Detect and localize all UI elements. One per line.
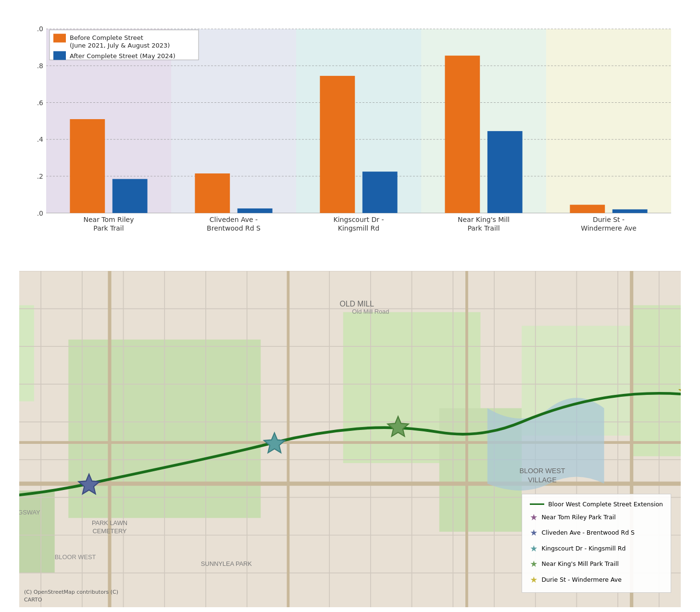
svg-text:Kingscourt Dr -: Kingscourt Dr - [334,216,384,223]
svg-rect-22 [238,208,273,213]
svg-text:PARK LAWN: PARK LAWN [92,519,127,526]
map-copyright: (C) OpenStreetMap contributors (C)CARTO [24,588,118,603]
svg-rect-17 [70,119,105,213]
chart-inner: 0.00.20.40.60.81.0Near Tom RileyPark Tra… [37,14,681,266]
chart-svg: 0.00.20.40.60.81.0Near Tom RileyPark Tra… [37,19,681,242]
svg-rect-21 [195,173,230,213]
svg-text:Cliveden Ave -: Cliveden Ave - [210,216,258,223]
svg-rect-4 [546,29,671,213]
svg-text:Park Traill: Park Traill [467,224,500,232]
svg-rect-30 [488,131,523,213]
legend-item-kingsmill: ★ Near King's Mill Park Traill [530,556,663,572]
svg-rect-33 [570,205,605,213]
svg-text:Park Trail: Park Trail [93,224,124,232]
tom-riley-star-icon: ★ [530,510,538,525]
svg-rect-48 [19,490,55,573]
svg-text:Windermere Ave: Windermere Ave [581,224,637,232]
svg-text:0.4: 0.4 [37,135,43,143]
legend-durie-label: Durie St - Windermere Ave [541,575,621,586]
legend-kingscourt-label: Kingscourt Dr - Kingsmill Rd [541,543,625,554]
svg-text:Brentwood Rd S: Brentwood Rd S [207,224,261,232]
legend-line-symbol [530,503,544,505]
svg-text:1.0: 1.0 [37,25,43,33]
svg-text:SUNNYLEA PARK: SUNNYLEA PARK [201,560,252,567]
map-area: OLD MILLOld Mill RoadBLOOR WESTVILLAGETH… [19,271,681,607]
svg-rect-50 [632,305,681,456]
legend-kingsmill-label: Near King's Mill Park Traill [541,559,618,570]
kingsmill-star-icon: ★ [530,556,538,572]
svg-text:Near King's Mill: Near King's Mill [458,216,510,223]
svg-text:OLD MILL: OLD MILL [340,300,375,308]
svg-rect-29 [445,56,480,213]
svg-text:BLOOR WEST: BLOOR WEST [519,467,565,475]
svg-rect-34 [612,209,648,213]
chart-area: 0.00.20.40.60.81.0Near Tom RileyPark Tra… [19,14,681,266]
legend-item-line: Bloor West Complete Street Extension [530,499,663,510]
svg-text:Durie St -: Durie St - [593,216,625,223]
svg-text:Before Complete Street: Before Complete Street [70,34,143,41]
durie-star-icon: ★ [530,572,538,588]
legend-line-label: Bloor West Complete Street Extension [548,499,663,510]
cliveden-star-icon: ★ [530,525,538,540]
svg-text:0.0: 0.0 [37,209,43,217]
svg-text:(June 2021, July & August 2023: (June 2021, July & August 2023) [70,41,170,49]
legend-item-kingscourt: ★ Kingscourt Dr - Kingsmill Rd [530,541,663,556]
svg-rect-47 [19,305,34,401]
svg-text:Old Mill Road: Old Mill Road [352,308,389,315]
legend-cliveden-label: Cliveden Ave - Brentwood Rd S [541,527,635,539]
kingscourt-star-icon: ★ [530,541,538,556]
map-background: OLD MILLOld Mill RoadBLOOR WESTVILLAGETH… [19,271,681,607]
svg-text:THE KINGSWAY: THE KINGSWAY [19,509,40,516]
legend-tom-riley-label: Near Tom Riley Park Trail [541,512,615,523]
svg-text:VILLAGE: VILLAGE [528,476,556,484]
svg-rect-41 [53,51,66,60]
svg-rect-2 [296,29,421,213]
svg-rect-38 [53,34,66,42]
svg-rect-3 [421,29,546,213]
svg-rect-26 [362,171,398,213]
svg-text:0.2: 0.2 [37,172,43,180]
svg-text:0.6: 0.6 [37,98,43,106]
map-legend: Bloor West Complete Street Extension ★ N… [522,494,671,593]
y-axis-label [19,14,37,266]
svg-text:CEMETERY: CEMETERY [92,527,127,535]
legend-item-tom-riley: ★ Near Tom Riley Park Trail [530,510,663,525]
plot-area: 0.00.20.40.60.81.0Near Tom RileyPark Tra… [37,19,681,242]
svg-text:0.8: 0.8 [37,62,43,70]
legend-item-cliveden: ★ Cliveden Ave - Brentwood Rd S [530,525,663,540]
svg-text:Kingsmill Rd: Kingsmill Rd [338,224,379,232]
svg-rect-18 [112,179,148,213]
legend-item-durie: ★ Durie St - Windermere Ave [530,572,663,588]
svg-text:Near Tom Riley: Near Tom Riley [84,216,134,223]
svg-rect-25 [320,76,355,213]
svg-text:BLOOR WEST: BLOOR WEST [55,553,96,561]
svg-text:After Complete Street (May 202: After Complete Street (May 2024) [70,52,175,60]
main-container: 0.00.20.40.60.81.0Near Tom RileyPark Tra… [0,0,700,612]
